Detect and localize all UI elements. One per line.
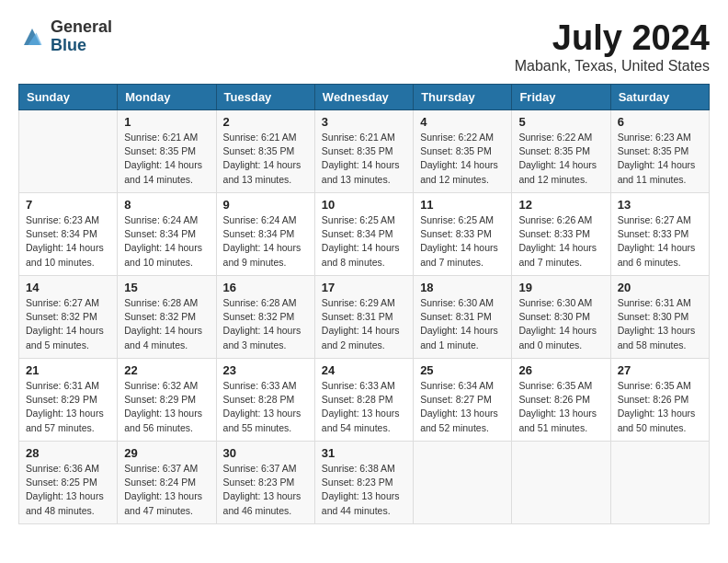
calendar-week-row: 1Sunrise: 6:21 AM Sunset: 8:35 PM Daylig…	[19, 110, 710, 193]
day-number: 15	[124, 281, 209, 294]
day-info: Sunrise: 6:22 AM Sunset: 8:35 PM Dayligh…	[518, 131, 603, 187]
day-number: 18	[420, 281, 505, 294]
day-info: Sunrise: 6:22 AM Sunset: 8:35 PM Dayligh…	[420, 131, 505, 187]
day-number: 29	[124, 446, 209, 460]
day-number: 27	[618, 363, 702, 377]
day-info: Sunrise: 6:30 AM Sunset: 8:30 PM Dayligh…	[518, 296, 603, 352]
calendar-cell: 15Sunrise: 6:28 AM Sunset: 8:32 PM Dayli…	[118, 276, 216, 359]
calendar-cell: 19Sunrise: 6:30 AM Sunset: 8:30 PM Dayli…	[512, 276, 610, 359]
day-info: Sunrise: 6:25 AM Sunset: 8:33 PM Dayligh…	[420, 213, 505, 270]
calendar-cell: 21Sunrise: 6:31 AM Sunset: 8:29 PM Dayli…	[19, 359, 118, 442]
day-info: Sunrise: 6:23 AM Sunset: 8:35 PM Dayligh…	[618, 131, 702, 187]
calendar-cell: 5Sunrise: 6:22 AM Sunset: 8:35 PM Daylig…	[512, 110, 610, 193]
calendar-cell: 29Sunrise: 6:37 AM Sunset: 8:24 PM Dayli…	[118, 442, 216, 524]
calendar-cell: 18Sunrise: 6:30 AM Sunset: 8:31 PM Dayli…	[414, 276, 512, 359]
logo-text: General Blue	[51, 18, 112, 55]
calendar-cell	[414, 442, 512, 524]
calendar-header-row: SundayMondayTuesdayWednesdayThursdayFrid…	[19, 85, 710, 110]
calendar-cell: 14Sunrise: 6:27 AM Sunset: 8:32 PM Dayli…	[19, 276, 118, 359]
day-info: Sunrise: 6:35 AM Sunset: 8:26 PM Dayligh…	[518, 379, 603, 435]
day-number: 19	[518, 281, 603, 294]
day-number: 14	[26, 281, 110, 294]
calendar-cell: 27Sunrise: 6:35 AM Sunset: 8:26 PM Dayli…	[610, 359, 709, 442]
day-number: 24	[322, 363, 406, 377]
calendar-cell: 12Sunrise: 6:26 AM Sunset: 8:33 PM Dayli…	[512, 193, 610, 276]
calendar-cell: 8Sunrise: 6:24 AM Sunset: 8:34 PM Daylig…	[118, 193, 216, 276]
day-number: 4	[420, 115, 505, 129]
day-info: Sunrise: 6:25 AM Sunset: 8:34 PM Dayligh…	[322, 213, 406, 270]
weekday-header: Wednesday	[314, 85, 413, 110]
weekday-header: Monday	[118, 85, 216, 110]
day-number: 12	[518, 198, 603, 212]
calendar-cell: 23Sunrise: 6:33 AM Sunset: 8:28 PM Dayli…	[216, 359, 314, 442]
day-info: Sunrise: 6:35 AM Sunset: 8:26 PM Dayligh…	[618, 379, 702, 435]
location-subtitle: Mabank, Texas, United States	[515, 58, 710, 75]
calendar-cell: 31Sunrise: 6:38 AM Sunset: 8:23 PM Dayli…	[314, 442, 413, 524]
day-info: Sunrise: 6:21 AM Sunset: 8:35 PM Dayligh…	[124, 131, 209, 187]
logo-blue: Blue	[51, 37, 112, 55]
weekday-header: Saturday	[610, 85, 709, 110]
calendar-cell: 17Sunrise: 6:29 AM Sunset: 8:31 PM Dayli…	[314, 276, 413, 359]
calendar-cell: 26Sunrise: 6:35 AM Sunset: 8:26 PM Dayli…	[512, 359, 610, 442]
day-info: Sunrise: 6:31 AM Sunset: 8:29 PM Dayligh…	[26, 379, 110, 435]
calendar-cell: 9Sunrise: 6:24 AM Sunset: 8:34 PM Daylig…	[216, 193, 314, 276]
calendar-cell: 4Sunrise: 6:22 AM Sunset: 8:35 PM Daylig…	[414, 110, 512, 193]
calendar-week-row: 21Sunrise: 6:31 AM Sunset: 8:29 PM Dayli…	[19, 359, 710, 442]
day-info: Sunrise: 6:24 AM Sunset: 8:34 PM Dayligh…	[124, 213, 209, 270]
day-number: 5	[518, 115, 603, 129]
day-number: 2	[223, 115, 308, 129]
day-info: Sunrise: 6:36 AM Sunset: 8:25 PM Dayligh…	[26, 462, 110, 518]
logo-general: General	[51, 18, 112, 37]
day-number: 8	[124, 198, 209, 212]
day-info: Sunrise: 6:37 AM Sunset: 8:24 PM Dayligh…	[124, 462, 209, 518]
logo-icon	[18, 23, 46, 51]
day-number: 17	[322, 281, 406, 294]
calendar-week-row: 14Sunrise: 6:27 AM Sunset: 8:32 PM Dayli…	[19, 276, 710, 359]
page-header: General Blue July 2024 Mabank, Texas, Un…	[18, 18, 710, 75]
day-info: Sunrise: 6:38 AM Sunset: 8:23 PM Dayligh…	[322, 462, 406, 518]
day-number: 10	[322, 198, 406, 212]
weekday-header: Sunday	[19, 85, 118, 110]
day-info: Sunrise: 6:21 AM Sunset: 8:35 PM Dayligh…	[223, 131, 308, 187]
calendar-cell	[610, 442, 709, 524]
day-number: 31	[322, 446, 406, 460]
calendar-cell: 16Sunrise: 6:28 AM Sunset: 8:32 PM Dayli…	[216, 276, 314, 359]
day-info: Sunrise: 6:37 AM Sunset: 8:23 PM Dayligh…	[223, 462, 308, 518]
day-number: 6	[618, 115, 702, 129]
month-year-title: July 2024	[515, 18, 710, 58]
calendar-table: SundayMondayTuesdayWednesdayThursdayFrid…	[18, 84, 710, 524]
day-info: Sunrise: 6:28 AM Sunset: 8:32 PM Dayligh…	[124, 296, 209, 352]
calendar-cell: 25Sunrise: 6:34 AM Sunset: 8:27 PM Dayli…	[414, 359, 512, 442]
calendar-cell: 10Sunrise: 6:25 AM Sunset: 8:34 PM Dayli…	[314, 193, 413, 276]
day-info: Sunrise: 6:31 AM Sunset: 8:30 PM Dayligh…	[618, 296, 702, 352]
calendar-cell: 30Sunrise: 6:37 AM Sunset: 8:23 PM Dayli…	[216, 442, 314, 524]
day-info: Sunrise: 6:24 AM Sunset: 8:34 PM Dayligh…	[223, 213, 308, 270]
day-info: Sunrise: 6:23 AM Sunset: 8:34 PM Dayligh…	[26, 213, 110, 270]
day-number: 9	[223, 198, 308, 212]
day-number: 28	[26, 446, 110, 460]
title-block: July 2024 Mabank, Texas, United States	[515, 18, 710, 75]
day-info: Sunrise: 6:29 AM Sunset: 8:31 PM Dayligh…	[322, 296, 406, 352]
day-info: Sunrise: 6:34 AM Sunset: 8:27 PM Dayligh…	[420, 379, 505, 435]
day-info: Sunrise: 6:30 AM Sunset: 8:31 PM Dayligh…	[420, 296, 505, 352]
day-info: Sunrise: 6:21 AM Sunset: 8:35 PM Dayligh…	[322, 131, 406, 187]
day-number: 20	[618, 281, 702, 294]
day-number: 3	[322, 115, 406, 129]
calendar-cell: 1Sunrise: 6:21 AM Sunset: 8:35 PM Daylig…	[118, 110, 216, 193]
day-number: 11	[420, 198, 505, 212]
calendar-cell: 20Sunrise: 6:31 AM Sunset: 8:30 PM Dayli…	[610, 276, 709, 359]
weekday-header: Tuesday	[216, 85, 314, 110]
day-info: Sunrise: 6:27 AM Sunset: 8:32 PM Dayligh…	[26, 296, 110, 352]
calendar-cell: 3Sunrise: 6:21 AM Sunset: 8:35 PM Daylig…	[314, 110, 413, 193]
calendar-cell: 11Sunrise: 6:25 AM Sunset: 8:33 PM Dayli…	[414, 193, 512, 276]
day-info: Sunrise: 6:32 AM Sunset: 8:29 PM Dayligh…	[124, 379, 209, 435]
day-number: 21	[26, 363, 110, 377]
weekday-header: Thursday	[414, 85, 512, 110]
calendar-cell: 22Sunrise: 6:32 AM Sunset: 8:29 PM Dayli…	[118, 359, 216, 442]
calendar-cell	[19, 110, 118, 193]
day-number: 22	[124, 363, 209, 377]
day-number: 7	[26, 198, 110, 212]
day-number: 30	[223, 446, 308, 460]
calendar-week-row: 7Sunrise: 6:23 AM Sunset: 8:34 PM Daylig…	[19, 193, 710, 276]
calendar-cell: 7Sunrise: 6:23 AM Sunset: 8:34 PM Daylig…	[19, 193, 118, 276]
